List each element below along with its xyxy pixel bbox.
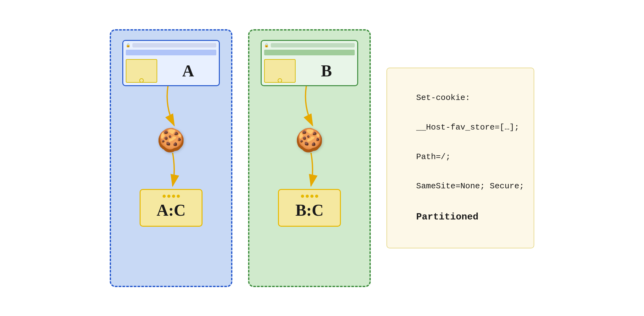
browser-titlebar-b: 🔒 — [262, 41, 357, 50]
iframe-connector-b — [278, 78, 282, 83]
browser-mockup-b: 🔒 B — [261, 40, 358, 86]
browser-toolbar-a — [126, 50, 216, 55]
storage-dot-a-1 — [163, 195, 166, 198]
arrow-cookie-section-b: 🍪 B:C — [278, 85, 341, 227]
code-line-2: __Host-fav_store=[…]; — [416, 123, 519, 132]
code-block: Set-cookie: __Host-fav_store=[…]; Path=/… — [386, 68, 534, 249]
main-container: 🔒 A 🍪 — [97, 17, 547, 300]
storage-label-a: A:C — [157, 201, 186, 219]
iframe-box-a — [126, 59, 157, 83]
code-line-1: Set-cookie: — [416, 93, 470, 103]
arrow-iframe-to-cookie-b — [297, 85, 322, 129]
storage-label-b: B:C — [295, 201, 324, 219]
url-bar-b — [271, 43, 355, 47]
partition-box-b: 🔒 B 🍪 — [248, 29, 371, 287]
storage-dot-b-1 — [301, 195, 304, 198]
storage-dot-b-2 — [306, 195, 309, 198]
code-line-4: SameSite=None; Secure; — [416, 181, 524, 191]
storage-dot-b-4 — [315, 195, 318, 198]
browser-mockup-a: 🔒 A — [122, 40, 220, 86]
cookie-emoji-b: 🍪 — [295, 129, 324, 151]
browser-titlebar-a: 🔒 — [123, 41, 219, 50]
code-line-3: Path=/; — [416, 152, 451, 162]
storage-dots-b — [301, 195, 318, 198]
storage-box-a: A:C — [140, 189, 203, 227]
url-bar-a — [132, 43, 216, 47]
arrow-cookie-section-a: 🍪 A:C — [140, 85, 203, 227]
arrow-iframe-to-cookie-a — [158, 85, 184, 129]
browser-content-a: A — [123, 57, 219, 85]
storage-dot-a-4 — [177, 195, 180, 198]
cookie-emoji-a: 🍪 — [157, 129, 185, 151]
browser-toolbar-b — [264, 50, 355, 55]
code-line-5-partitioned: Partitioned — [416, 212, 479, 222]
iframe-connector-a — [139, 78, 144, 83]
storage-dot-a-2 — [167, 195, 170, 198]
lock-icon-b: 🔒 — [264, 43, 269, 47]
storage-dots-a — [163, 195, 180, 198]
arrow-cookie-to-storage-a — [158, 151, 184, 189]
arrow-cookie-to-storage-b — [297, 151, 322, 189]
storage-dot-b-3 — [310, 195, 314, 198]
lock-icon-a: 🔒 — [126, 43, 130, 47]
storage-dot-a-3 — [172, 195, 175, 198]
storage-box-b: B:C — [278, 189, 341, 227]
browser-label-b: B — [298, 59, 355, 83]
partition-box-a: 🔒 A 🍪 — [110, 29, 232, 287]
browser-label-a: A — [160, 59, 216, 83]
browser-content-b: B — [262, 57, 357, 85]
iframe-box-b — [264, 59, 296, 83]
